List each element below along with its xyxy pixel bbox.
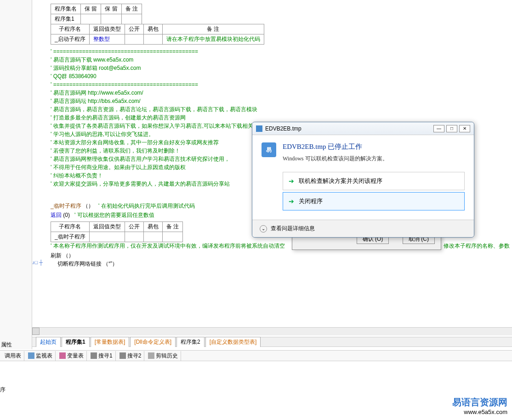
table-row[interactable]: 程序集1 xyxy=(51,14,142,24)
watch-icon xyxy=(28,352,34,359)
back-dialog-text: 修改本子程序的名称、参数 xyxy=(444,242,510,250)
error-sub-message: Windows 可以联机检查该问题的解决方案。 xyxy=(283,155,388,163)
table-row[interactable]: _启动子程序 整数型 请在本子程序中放置易模块初始化代码 xyxy=(51,34,264,45)
refresh-call[interactable]: 刷新 （） xyxy=(51,252,74,260)
variable-table-button[interactable]: 变量表 xyxy=(57,351,87,361)
app-small-icon xyxy=(256,125,262,132)
close-button[interactable]: ✕ xyxy=(459,125,470,132)
dialog-footer: ⌄ 查看问题详细信息 xyxy=(252,220,474,237)
check-online-action[interactable]: ➔ 联机检查解决方案并关闭该程序 xyxy=(283,172,465,190)
subroutine-table: 子程序名 返回值类型 公开 易包 备 注 _启动子程序 整数型 请在本子程序中放… xyxy=(51,24,264,45)
tab-custom-types[interactable]: [自定义数据类型表] xyxy=(205,337,261,347)
view-details-link[interactable]: 查看问题详细信息 xyxy=(271,225,315,233)
horizontal-scrollbar[interactable] xyxy=(32,327,512,335)
th-note: 备 注 xyxy=(121,4,142,14)
tab-constants[interactable]: [常量数据表] xyxy=(91,337,130,347)
temp-sub-table: 子程序名 返回值类型 公开 易包 备 注 _临时子程序 xyxy=(51,221,183,242)
app-icon: 易 xyxy=(262,142,276,157)
variable-icon xyxy=(59,352,66,359)
comment-test: ' 本名称子程序用作测试程序用，仅在开发及调试环境中有效，编译发布程序前将被系统… xyxy=(51,242,285,250)
clip-icon xyxy=(148,352,154,359)
tab-start-page[interactable]: 起始页 xyxy=(36,337,61,347)
call-temp-sub[interactable]: _临时子程序 （） ' 在初始化代码执行完毕后调用测试代码 xyxy=(51,202,195,210)
th-asmname: 程序集名 xyxy=(51,4,81,14)
bottom-toolbar: 调用表 监视表 变量表 搜寻1 搜寻2 剪辑历史 xyxy=(0,350,512,361)
comment-block: ' ======================================… xyxy=(51,47,275,188)
dialog-title-text: EDVB2EB.tmp xyxy=(265,125,302,132)
maximize-button[interactable]: □ xyxy=(446,125,457,132)
watch-table-button[interactable]: 监视表 xyxy=(25,351,56,361)
left-panel xyxy=(0,0,32,349)
search1-button[interactable]: 搜寻1 xyxy=(88,351,116,361)
th-res1: 保 留 xyxy=(81,4,101,14)
tab-assembly2[interactable]: 程序集2 xyxy=(176,337,205,347)
search-icon xyxy=(119,352,126,359)
gutter-expand-icon[interactable]: ♪□ ┼ xyxy=(32,260,46,265)
tab-assembly1[interactable]: 程序集1 xyxy=(62,337,90,347)
watermark: 易语言资源网 www.e5a5x.com xyxy=(452,396,507,415)
chevron-down-icon[interactable]: ⌄ xyxy=(260,225,267,233)
table-row[interactable]: _临时子程序 xyxy=(51,232,183,242)
assembly-table: 程序集名 保 留 保 留 备 注 程序集1 xyxy=(51,4,142,24)
search-icon xyxy=(91,352,97,359)
search2-button[interactable]: 搜寻2 xyxy=(117,351,145,361)
error-dialog: EDVB2EB.tmp — □ ✕ 易 EDVB2EB.tmp 已停止工作 Wi… xyxy=(252,122,474,238)
dialog-titlebar[interactable]: EDVB2EB.tmp — □ ✕ xyxy=(252,122,474,135)
arrow-icon: ➔ xyxy=(289,177,294,185)
minimize-button[interactable]: — xyxy=(433,125,444,132)
error-main-message: EDVB2EB.tmp 已停止工作 xyxy=(283,142,388,151)
properties-label: 属性 xyxy=(1,341,12,349)
status-text: 序 xyxy=(0,386,6,394)
call-table-button[interactable]: 调用表 xyxy=(2,351,24,361)
clip-history-button[interactable]: 剪辑历史 xyxy=(145,351,181,361)
scroll-left-icon[interactable] xyxy=(32,328,40,335)
cut-network-call[interactable]: 切断程序网络链接 （“”） xyxy=(57,260,118,268)
return-line[interactable]: 返回 (0) ' 可以根据您的需要返回任意数值 xyxy=(51,211,154,219)
document-tabs: 起始页 程序集1 [常量数据表] [Dll命令定义表] 程序集2 [自定义数据类… xyxy=(32,337,512,347)
close-program-action[interactable]: ➔ 关闭程序 xyxy=(283,192,465,210)
tab-dll-commands[interactable]: [Dll命令定义表] xyxy=(130,337,176,347)
th-res2: 保 留 xyxy=(101,4,121,14)
arrow-icon: ➔ xyxy=(289,198,294,205)
